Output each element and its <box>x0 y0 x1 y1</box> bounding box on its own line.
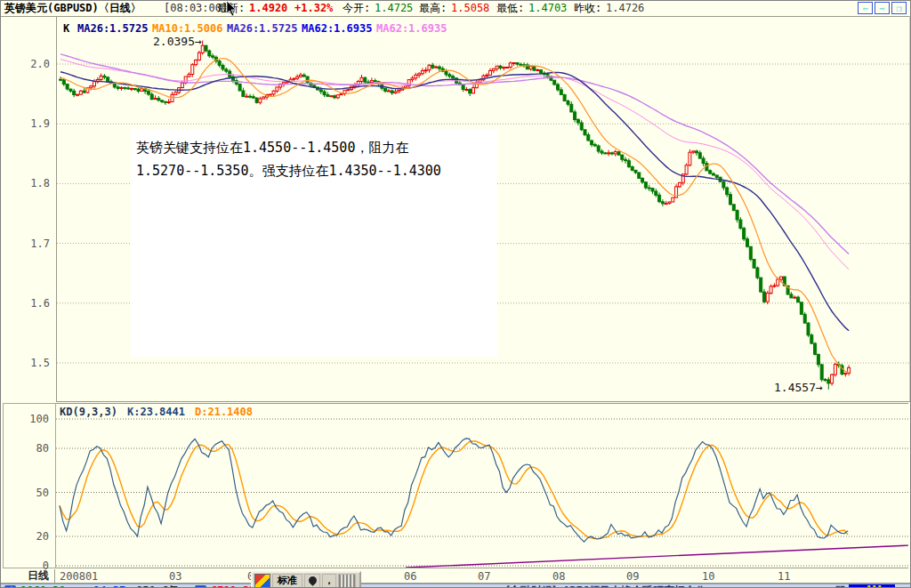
arrow-right-icon: → <box>195 35 202 48</box>
x-tick-label: 09 <box>626 570 639 583</box>
kd-y-axis: 1008050200 <box>3 403 56 568</box>
legend-ma26a: MA26:1.5725 <box>77 22 148 35</box>
x-tick-label: 06 <box>404 570 416 583</box>
status-bar: 沪 1060.30 14.37 850.6亿 深 6711.35 《金融财经》A… <box>1 584 911 588</box>
legend-ma10: MA10:1.5006 <box>152 22 222 35</box>
kd-d-value: D:21.1408 <box>195 406 253 418</box>
ime-mode-button[interactable]: 标准 <box>272 574 302 588</box>
ime-logo-icon[interactable] <box>254 574 270 588</box>
nav-forward-icon[interactable]: ⇨ <box>875 2 890 14</box>
kd-tick-label: 20 <box>36 530 49 543</box>
price-tick-label: 1.6 <box>30 297 50 310</box>
annotation-line2: 1.5270--1.5350。强支持位在1.4350--1.4300 <box>136 159 497 182</box>
kd-plot-area[interactable]: KD(9,3,3) K:23.8441 D:21.1408 <box>56 403 908 568</box>
x-axis-row: 200801030405060708091011 日线 <box>1 569 911 584</box>
halfwidth-moon-icon[interactable] <box>304 574 320 588</box>
prevclose-value: 1.4726 <box>606 3 644 14</box>
x-tick-label: 10 <box>702 570 714 583</box>
low-value: 1.4703 <box>528 3 567 14</box>
open-label: 今开: <box>343 3 370 14</box>
x-tick-label: 200801 <box>60 570 98 583</box>
low-price-marker: 1.4557→ <box>774 381 823 394</box>
price-y-axis: 2.01.91.81.71.61.5 <box>1 16 56 401</box>
legend-ma62a: MA62:1.6935 <box>302 22 372 35</box>
x-tick-label: 07 <box>478 570 490 583</box>
x-tick-label: 03 <box>169 570 181 583</box>
alert-badge[interactable]: ▲111 <box>849 584 895 588</box>
symbol-title: 英镑美元(GBPUSD)〈日线〉 <box>4 3 141 14</box>
mouse-cursor <box>226 1 238 19</box>
period-selector[interactable]: 日线 <box>1 569 55 583</box>
x-tick-label: 08 <box>552 570 565 583</box>
open-value: 1.4725 <box>375 3 413 14</box>
ime-toolbar[interactable]: 标准 ， <box>251 571 361 588</box>
quote-topbar: 英镑美元(GBPUSD)〈日线〉 [08:03:00] 最新: 1.4920 +… <box>1 1 911 17</box>
change-pct: +1.32% <box>294 3 333 14</box>
price-plot-area[interactable]: 英镑关键支持位在1.4550--1.4500，阻力在 1.5270--1.535… <box>56 16 910 402</box>
arrow-right-icon: → <box>816 381 823 394</box>
kd-tick-label: 50 <box>36 487 49 499</box>
legend-ma26b: MA26:1.5725 <box>227 22 297 35</box>
price-tick-label: 1.8 <box>30 177 50 189</box>
peak-price-marker: 2.0395→ <box>153 35 202 48</box>
low-label: 最低: <box>496 3 524 14</box>
kd-k-value: K:23.8441 <box>127 406 185 418</box>
punctuation-icon[interactable]: ， <box>322 574 336 588</box>
cascade-windows-icon[interactable]: ❐ <box>891 2 907 14</box>
price-tick-label: 1.5 <box>30 357 50 369</box>
kd-params: KD(9,3,3) <box>60 406 117 418</box>
legend-ma62b: MA62:1.6935 <box>376 22 447 35</box>
price-tick-label: 2.0 <box>30 58 50 70</box>
high-label: 最高: <box>419 3 447 14</box>
prevclose-label: 昨收: <box>574 3 601 14</box>
nav-back-icon[interactable]: ⇦ <box>858 2 873 14</box>
price-tick-label: 1.7 <box>30 238 50 250</box>
high-value: 1.5058 <box>451 3 489 14</box>
kd-chart-svg <box>56 404 908 568</box>
analyst-annotation-box: 英镑关键支持位在1.4550--1.4500，阻力在 1.5270--1.535… <box>131 129 497 357</box>
legend-k: K <box>63 22 69 35</box>
kd-tick-label: 80 <box>36 442 49 455</box>
x-tick-label: 11 <box>778 570 790 583</box>
annotation-line1: 英镑关键支持位在1.4550--1.4500，阻力在 <box>136 136 497 159</box>
last-value: 1.4920 <box>249 3 287 14</box>
price-tick-label: 1.9 <box>30 117 50 130</box>
kd-tick-label: 100 <box>29 413 49 425</box>
soft-keyboard-icon[interactable] <box>338 574 356 588</box>
pobo-terminal-window: 英镑美元(GBPUSD)〈日线〉 [08:03:00] 最新: 1.4920 +… <box>0 0 911 588</box>
